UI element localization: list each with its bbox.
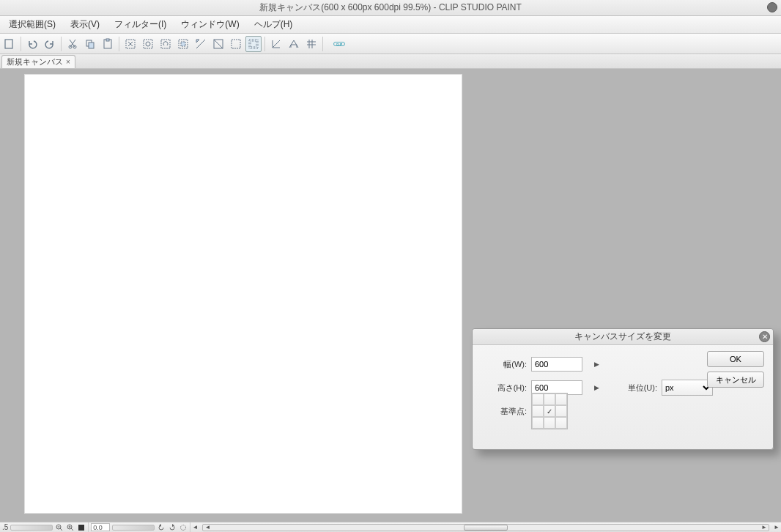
- separator: [21, 37, 21, 51]
- menu-bar: 選択範囲(S) 表示(V) フィルター(I) ウィンドウ(W) ヘルプ(H): [0, 16, 781, 34]
- anchor-tl[interactable]: [532, 394, 544, 405]
- unit-label: 単位(U):: [613, 383, 657, 394]
- reselect-icon[interactable]: [158, 36, 174, 52]
- height-stepper-icon[interactable]: ▶: [594, 384, 602, 391]
- menu-select[interactable]: 選択範囲(S): [1, 18, 63, 31]
- separator: [119, 37, 119, 51]
- scrollbar-right-arrow-icon[interactable]: ►: [760, 525, 769, 531]
- grid-snap-icon[interactable]: [303, 36, 319, 52]
- svg-point-9: [146, 42, 150, 46]
- anchor-l[interactable]: [532, 405, 544, 417]
- menu-window[interactable]: ウィンドウ(W): [174, 18, 246, 31]
- anchor-r[interactable]: [555, 405, 567, 417]
- paste-icon[interactable]: [100, 36, 116, 52]
- redo-icon[interactable]: [42, 36, 58, 52]
- svg-text:CLIP: CLIP: [336, 43, 343, 45]
- menu-help[interactable]: ヘルプ(H): [247, 18, 300, 31]
- select-all-icon[interactable]: [122, 36, 138, 52]
- svg-rect-0: [5, 40, 12, 48]
- ruler-snap-icon[interactable]: [268, 36, 284, 52]
- deselect-icon[interactable]: [140, 36, 156, 52]
- scroll-right-icon[interactable]: ►: [772, 523, 781, 532]
- zoom-in-icon[interactable]: [66, 523, 75, 532]
- invert-selection-icon[interactable]: [175, 36, 191, 52]
- canvas[interactable]: [25, 75, 462, 513]
- svg-rect-14: [232, 40, 240, 48]
- tab-close-icon[interactable]: ×: [66, 58, 70, 66]
- angle-slider[interactable]: [112, 525, 155, 531]
- anchor-bl[interactable]: [532, 417, 544, 429]
- status-bar: .5 0.0 ◄ ◄ ► ►: [0, 522, 781, 532]
- rotate-cw-icon[interactable]: [168, 523, 177, 532]
- dialog-title: キャンバスサイズを変更: [574, 330, 671, 343]
- perspective-snap-icon[interactable]: [286, 36, 302, 52]
- toolbar: CLIP: [0, 34, 781, 54]
- width-input[interactable]: [531, 357, 582, 372]
- tab-label: 新規キャンバス: [7, 56, 63, 67]
- svg-rect-8: [144, 40, 152, 48]
- separator: [61, 37, 62, 51]
- shrink-selection-icon[interactable]: [210, 36, 226, 52]
- svg-rect-16: [251, 41, 256, 47]
- snap-grid-icon[interactable]: [245, 36, 262, 52]
- document-tab[interactable]: 新規キャンバス ×: [1, 55, 75, 68]
- tool-clip-icon[interactable]: [1, 36, 18, 52]
- workspace: キャンバスサイズを変更 ✕ 幅(W): ▶ 高さ(H): ▶ 単位(U): px…: [0, 69, 781, 522]
- separator: [322, 37, 323, 51]
- anchor-label: 基準点:: [483, 406, 527, 417]
- copy-icon[interactable]: [82, 36, 98, 52]
- cut-icon[interactable]: [64, 36, 81, 52]
- rotate-ccw-icon[interactable]: [157, 523, 166, 532]
- svg-rect-10: [161, 40, 170, 48]
- window-titlebar: 新規キャンバス(600 x 600px 600dpi 99.5%) - CLIP…: [0, 0, 781, 16]
- svg-rect-12: [181, 42, 185, 46]
- angle-value: 0.0: [91, 523, 110, 531]
- ok-button[interactable]: OK: [707, 351, 764, 367]
- reset-rotation-icon[interactable]: [179, 523, 188, 532]
- canvas-size-dialog: キャンバスサイズを変更 ✕ 幅(W): ▶ 高さ(H): ▶ 単位(U): px…: [472, 328, 774, 450]
- svg-rect-4: [89, 43, 94, 48]
- width-stepper-icon[interactable]: ▶: [594, 361, 602, 368]
- height-label: 高さ(H):: [483, 383, 527, 394]
- window-title: 新規キャンバス(600 x 600px 600dpi 99.5%) - CLIP…: [259, 1, 522, 14]
- expand-selection-icon[interactable]: [193, 36, 209, 52]
- scrollbar-thumb[interactable]: [464, 525, 508, 531]
- separator: [264, 37, 265, 51]
- unit-select[interactable]: px: [662, 380, 713, 396]
- fit-screen-icon[interactable]: [77, 523, 86, 532]
- width-label: 幅(W):: [483, 359, 527, 370]
- anchor-center[interactable]: ✓: [544, 405, 555, 417]
- svg-rect-6: [106, 39, 109, 41]
- anchor-grid[interactable]: ✓: [531, 393, 568, 429]
- document-tab-bar: 新規キャンバス ×: [0, 54, 781, 69]
- menu-view[interactable]: 表示(V): [63, 18, 107, 31]
- svg-point-22: [181, 525, 186, 530]
- clip-studio-icon[interactable]: CLIP: [326, 36, 352, 52]
- dialog-titlebar[interactable]: キャンバスサイズを変更 ✕: [473, 329, 773, 345]
- selection-border-icon[interactable]: [228, 36, 244, 52]
- scroll-left-icon[interactable]: ◄: [190, 523, 199, 532]
- dialog-close-icon[interactable]: ✕: [759, 331, 770, 342]
- menu-filter[interactable]: フィルター(I): [107, 18, 174, 31]
- cancel-button[interactable]: キャンセル: [707, 372, 764, 388]
- anchor-br[interactable]: [555, 417, 567, 429]
- anchor-t[interactable]: [544, 394, 555, 405]
- undo-icon[interactable]: [24, 36, 40, 52]
- svg-rect-21: [78, 525, 84, 531]
- scrollbar-left-arrow-icon[interactable]: ◄: [203, 525, 212, 531]
- horizontal-scrollbar[interactable]: ◄ ►: [202, 524, 769, 531]
- zoom-out-icon[interactable]: [55, 523, 64, 532]
- zoom-value: .5: [2, 523, 8, 531]
- window-button-icon[interactable]: [767, 2, 777, 12]
- zoom-slider[interactable]: [10, 525, 53, 531]
- anchor-b[interactable]: [544, 417, 555, 429]
- anchor-tr[interactable]: [555, 394, 567, 405]
